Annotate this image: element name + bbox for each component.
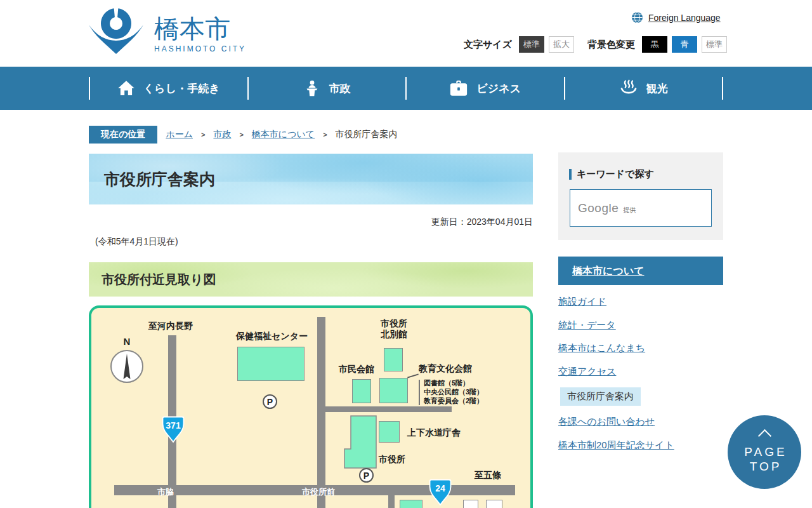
sidebar-menu-header[interactable]: 橋本市について [558, 257, 723, 285]
page-title-banner: 市役所庁舎案内 [89, 154, 533, 204]
breadcrumb-separator [201, 131, 205, 138]
map-road-stub [388, 495, 395, 508]
route-371-number: 371 [162, 420, 185, 431]
map-building-label-education-culture-hall: 教育文化会館 [419, 363, 472, 375]
map-floor-education-board: 教育委員会（2階） [424, 396, 483, 406]
chevron-up-icon [757, 429, 771, 442]
city-name: 橋本市 [154, 15, 246, 43]
search-heading-row: キーワードで探す [569, 168, 654, 180]
compass-north-label: N [117, 336, 137, 347]
section-heading-banner: 市役所付近見取り図 [89, 262, 533, 297]
home-icon [117, 80, 135, 97]
map-floor-community-center: 中央公民館（3階） [424, 387, 483, 397]
nav-item-business[interactable]: ビジネス [407, 67, 564, 110]
breadcrumb-about-link[interactable]: 橋本市について [252, 129, 315, 140]
nav-item-label: 市政 [329, 81, 351, 96]
map-building-health-welfare-center [237, 347, 304, 381]
page-top-label-line2: TOP [747, 459, 782, 474]
route-24-badge: 24 [429, 479, 452, 506]
map-dest-east-label: 至五條 [475, 470, 501, 481]
briefcase-icon [449, 79, 468, 97]
sidebar-item-20th-anniversary[interactable]: 橋本市制20周年記念サイト [558, 439, 674, 451]
map-building-water-sewer-office [379, 421, 400, 443]
north-annex-line2: 北別館 [374, 329, 414, 340]
font-size-large-button[interactable]: 拡大 [549, 36, 574, 53]
sidebar-item-facility-guide[interactable]: 施設ガイド [558, 296, 606, 308]
city-name-en: HASHIMOTO CITY [154, 44, 246, 53]
route-24-number: 24 [429, 483, 452, 493]
map-building-education-culture-hall [379, 378, 408, 403]
page-root: 橋本市 HASHIMOTO CITY Foreign Language 文字サイ… [0, 0, 812, 508]
map-floors-bracket [419, 380, 420, 405]
breadcrumb-current: 市役所庁舎案内 [336, 129, 398, 140]
accessibility-controls: 文字サイズ 標準 拡大 背景色変更 黒 青 標準 [464, 36, 727, 53]
foreign-language: Foreign Language [631, 11, 721, 23]
map-dest-north-label: 至河内長野 [148, 321, 193, 332]
city-hall-area-map: N 至河内長野 至五條 371 24 保健福祉センター 市役所 北別館 [89, 305, 533, 508]
nav-item-label: ビジネス [476, 81, 521, 96]
updated-date: 更新日：2023年04月01日 [89, 217, 533, 228]
map-building-label-health-welfare-center: 保健福祉センター [236, 331, 308, 342]
page-top-button[interactable]: PAGE TOP [728, 415, 801, 489]
onsen-icon [619, 79, 638, 98]
page-top-label-line1: PAGE [742, 444, 787, 459]
bg-black-button[interactable]: 黒 [642, 36, 667, 53]
nav-item-label: くらし・手続き [143, 81, 220, 96]
route-371-badge: 371 [162, 416, 185, 443]
map-building-label-water-sewer-office: 上下水道庁舎 [407, 427, 461, 439]
heading-accent-bar [569, 169, 572, 180]
bg-blue-button[interactable]: 青 [672, 36, 697, 53]
sidebar-menu-heading: 橋本市について [558, 257, 723, 285]
current-location-badge: 現在の位置 [89, 126, 157, 144]
north-annex-line1: 市役所 [374, 318, 414, 329]
sidebar-item-contact-departments[interactable]: 各課へのお問い合わせ [558, 416, 655, 428]
breadcrumb: 現在の位置 ホーム 市政 橋本市について 市役所庁舎案内 [89, 126, 723, 144]
map-building-label-civic-hall: 市民会館 [339, 364, 374, 375]
podium-icon [303, 79, 321, 97]
map-building-north-annex [384, 348, 403, 371]
breadcrumb-shisei-link[interactable]: 市政 [213, 129, 231, 140]
sidebar-item-about-town[interactable]: 橋本市はこんなまち [558, 342, 645, 354]
foreign-language-link[interactable]: Foreign Language [648, 13, 721, 23]
section-heading: 市役所付近見取り図 [89, 262, 533, 297]
font-size-standard-button[interactable]: 標準 [519, 36, 544, 53]
as-of-date: (令和5年4月1日現在) [95, 236, 178, 248]
map-road-connector [317, 406, 452, 412]
bg-color-label: 背景色変更 [587, 39, 635, 51]
nav-item-shisei[interactable]: 市政 [249, 67, 406, 110]
google-logo-text: Google [578, 201, 619, 215]
keyword-search-box: キーワードで探す Google 提供 [558, 152, 723, 240]
breadcrumb-home-link[interactable]: ホーム [166, 129, 193, 140]
global-nav: くらし・手続き 市政 [0, 67, 812, 110]
sidebar-item-current-page: 市役所庁舎案内 [560, 387, 641, 406]
parking-icon: P [359, 468, 374, 483]
sidebar-item-access[interactable]: 交通アクセス [558, 366, 616, 378]
search-heading: キーワードで探す [577, 168, 654, 180]
sidebar-item-statistics[interactable]: 統計・データ [558, 319, 616, 331]
bg-standard-button[interactable]: 標準 [702, 36, 727, 53]
nav-item-kanko[interactable]: 観光 [565, 67, 723, 110]
map-building-bottom-white [486, 500, 502, 508]
nav-item-kurashi[interactable]: くらし・手続き [90, 67, 247, 110]
map-building-city-hall [343, 414, 378, 471]
map-pointer-line [407, 373, 419, 378]
map-intersection-shiyakushomae: 市役所前 [302, 486, 335, 498]
city-logo[interactable]: 橋本市 HASHIMOTO CITY [87, 7, 246, 60]
google-watermark: Google 提供 [578, 201, 636, 215]
site-header: 橋本市 HASHIMOTO CITY Foreign Language 文字サイ… [0, 0, 812, 67]
map-building-label-north-annex: 市役所 北別館 [374, 318, 414, 340]
parking-icon: P [263, 394, 277, 409]
map-intersection-ichiwaki: 市脇 [157, 486, 174, 498]
map-floor-library: 図書館（5階） [424, 378, 469, 388]
map-building-label-city-hall: 市役所 [379, 454, 405, 465]
breadcrumb-separator [323, 131, 327, 138]
logo-text: 橋本市 HASHIMOTO CITY [154, 15, 246, 53]
breadcrumb-separator [239, 131, 243, 138]
search-input[interactable]: Google 提供 [570, 189, 712, 227]
font-size-label: 文字サイズ [464, 39, 512, 51]
nav-divider [722, 77, 723, 100]
map-building-civic-hall [352, 379, 371, 403]
map-building-bottom-green [400, 500, 422, 508]
page-title: 市役所庁舎案内 [89, 154, 533, 204]
nav-item-label: 観光 [646, 81, 668, 96]
